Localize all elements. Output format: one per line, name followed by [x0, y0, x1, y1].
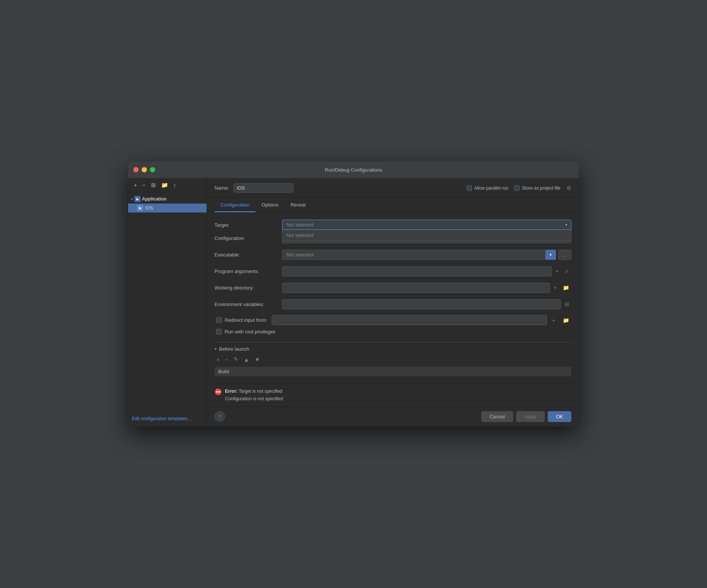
working-dir-input[interactable]	[282, 283, 550, 292]
sidebar-item-ios[interactable]: ▶ iOS	[128, 204, 207, 213]
error-text: Error: Target is not specified Configura…	[225, 388, 283, 402]
program-args-input[interactable]	[282, 267, 551, 276]
redirect-input-wrap	[272, 315, 547, 325]
tab-configuration[interactable]: Configuration	[215, 198, 255, 212]
env-vars-control: ⊟	[282, 299, 571, 309]
launch-add-button[interactable]: +	[215, 355, 222, 364]
build-label: Build	[218, 369, 229, 374]
error-line2: Configuration is not specified	[225, 396, 283, 401]
program-args-label: Program arguments:	[215, 268, 282, 274]
executable-dropdown-split: Not selected ▾	[282, 250, 556, 260]
sort-config-button[interactable]: ↕	[172, 181, 178, 189]
program-args-row: Program arguments: + ⤢	[215, 265, 571, 277]
move-config-button[interactable]: 📁	[159, 181, 170, 189]
group-icon: ▶	[134, 196, 140, 202]
build-row: Build	[215, 367, 571, 376]
target-dropdown-value: Not selected	[286, 222, 313, 228]
executable-dropdown-arrow[interactable]: ▾	[545, 250, 556, 260]
titlebar: Run/Debug Configurations	[128, 161, 579, 178]
remove-config-button[interactable]: −	[140, 181, 148, 189]
edit-config-link[interactable]: Edit configuration templates...	[128, 411, 207, 427]
apply-button[interactable]: Apply	[516, 411, 545, 422]
executable-value: Not selected	[282, 250, 545, 260]
traffic-lights	[133, 167, 155, 172]
launch-down-button[interactable]: ▼	[252, 355, 262, 364]
store-project-checkbox[interactable]	[514, 185, 520, 191]
allow-parallel-option[interactable]: Allow parallel run	[467, 185, 508, 191]
executable-row: Executable: Not selected ▾ …	[215, 249, 571, 260]
program-args-add-button[interactable]: +	[553, 267, 561, 275]
tab-options[interactable]: Options	[255, 198, 284, 212]
env-vars-input-wrap	[282, 299, 561, 309]
executable-dots-button[interactable]: …	[558, 250, 571, 260]
header-options: Allow parallel run Store as project file…	[467, 185, 571, 191]
tabs: Configuration Options Reveal	[207, 198, 579, 212]
sidebar-section: ▾ ▶ Application ▶ iOS	[128, 192, 207, 215]
config-header: Name: Allow parallel run Store as projec…	[207, 178, 579, 198]
root-priv-checkbox[interactable]	[216, 329, 222, 335]
redirect-add-button[interactable]: +	[550, 316, 557, 324]
env-vars-row: Environment variables: ⊟	[215, 299, 571, 310]
working-dir-folder-button[interactable]: 📁	[560, 283, 571, 292]
store-project-option[interactable]: Store as project file	[514, 185, 560, 191]
target-row: Target: Not selected ▾ Not selected	[215, 220, 571, 231]
before-launch-label: Before launch	[219, 346, 249, 352]
allow-parallel-checkbox[interactable]	[467, 185, 472, 191]
working-dir-input-wrap	[282, 283, 550, 293]
root-priv-label: Run with root privileges	[225, 329, 275, 335]
launch-edit-button[interactable]: ✎	[232, 355, 240, 364]
target-dropdown-menu: Not selected	[282, 230, 571, 241]
program-args-input-wrap	[282, 266, 552, 276]
store-project-label: Store as project file	[522, 185, 560, 191]
target-dropdown[interactable]: Not selected ▾	[282, 220, 571, 230]
add-config-button[interactable]: +	[132, 181, 139, 189]
minimize-button[interactable]	[142, 167, 147, 172]
name-label: Name:	[215, 185, 229, 191]
gear-icon[interactable]: ⚙	[567, 185, 571, 191]
tab-reveal[interactable]: Reveal	[284, 198, 311, 212]
bottom-bar: ? Cancel Apply OK	[207, 406, 579, 427]
chevron-down-icon: ▾	[131, 197, 133, 201]
allow-parallel-label: Allow parallel run	[474, 185, 508, 191]
form-content: Target: Not selected ▾ Not selected Conf…	[207, 212, 579, 384]
executable-label: Executable:	[215, 252, 282, 258]
target-label: Target:	[215, 220, 282, 228]
target-control: Not selected ▾ Not selected	[282, 220, 571, 230]
error-area: ⛔ Error: Target is not specified Configu…	[207, 384, 579, 406]
ios-item-icon: ▶	[137, 205, 143, 211]
sidebar-toolbar: + − ⊞ 📁 ↕	[128, 178, 207, 192]
redirect-input-field[interactable]	[272, 315, 546, 325]
main-content: + − ⊞ 📁 ↕ ▾ ▶ Application ▶ iOS Edit con…	[128, 178, 579, 426]
root-priv-row: Run with root privileges	[215, 329, 571, 335]
cancel-button[interactable]: Cancel	[481, 411, 513, 422]
working-dir-label: Working directory:	[215, 285, 282, 291]
working-dir-add-button[interactable]: +	[551, 283, 559, 292]
sidebar-item-label: iOS	[145, 205, 153, 211]
program-args-control: + ⤢	[282, 266, 571, 276]
before-launch-header: ▾ Before launch	[215, 346, 571, 352]
close-button[interactable]	[133, 167, 139, 172]
redirect-input-checkbox[interactable]	[216, 317, 222, 323]
redirect-folder-button[interactable]: 📁	[560, 316, 571, 324]
maximize-button[interactable]	[150, 167, 155, 172]
working-dir-row: Working directory: + 📁	[215, 282, 571, 293]
help-button[interactable]: ?	[215, 411, 225, 422]
before-launch-chevron[interactable]: ▾	[215, 347, 217, 351]
program-args-expand-button[interactable]: ⤢	[562, 267, 571, 275]
launch-up-button[interactable]: ▲	[242, 355, 251, 364]
sidebar-group-header[interactable]: ▾ ▶ Application	[128, 194, 207, 204]
name-input[interactable]	[233, 183, 293, 193]
working-dir-control: + 📁	[282, 283, 571, 293]
target-dropdown-item[interactable]: Not selected	[282, 230, 571, 241]
error-line1: Target is not specified	[239, 389, 282, 394]
chevron-down-icon: ▾	[565, 223, 567, 227]
env-vars-clipboard-button[interactable]: ⊟	[562, 300, 571, 308]
launch-remove-button[interactable]: −	[223, 355, 230, 364]
env-vars-input[interactable]	[282, 300, 560, 309]
ok-button[interactable]: OK	[548, 411, 571, 422]
sidebar-group-label: Application	[142, 196, 166, 202]
launch-toolbar: + − ✎ ▲ ▼	[215, 355, 571, 364]
window-title: Run/Debug Configurations	[325, 167, 382, 173]
executable-control: Not selected ▾ …	[282, 250, 571, 260]
copy-config-button[interactable]: ⊞	[149, 181, 158, 189]
